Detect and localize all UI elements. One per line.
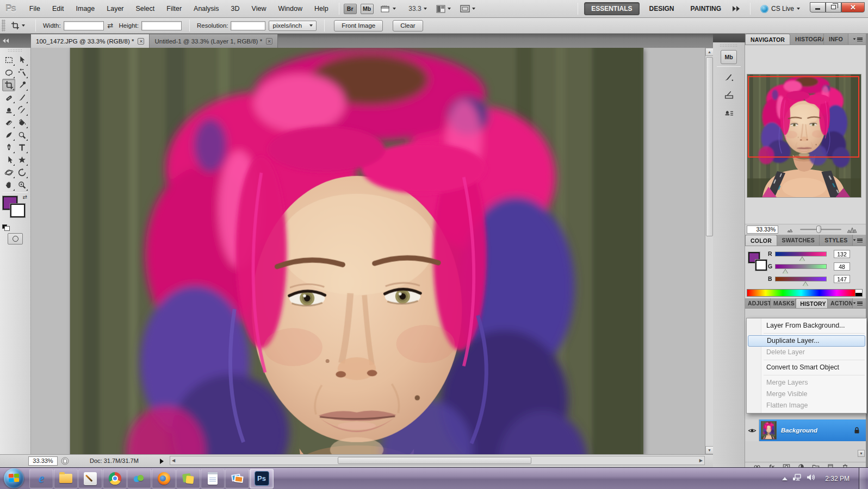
green-channel-value[interactable]: 48 [834, 262, 850, 271]
blue-slider-thumb[interactable] [803, 282, 808, 286]
mini-bridge-panel-button[interactable]: Mb [721, 50, 737, 64]
clone-source-icon[interactable] [721, 105, 737, 119]
layers-scroll-down-icon[interactable]: ▼ [858, 450, 865, 457]
tab-color[interactable]: COLOR [745, 235, 777, 246]
vertical-scroll-thumb[interactable] [706, 57, 713, 236]
taskbar-sticky-notes[interactable] [176, 469, 200, 488]
taskbar-windows-explorer[interactable] [54, 469, 78, 488]
layer-visibility-cell[interactable] [745, 419, 759, 441]
horizontal-scroll-thumb[interactable] [338, 457, 531, 464]
menu-item-duplicate-layer[interactable]: Duplicate Layer... [748, 335, 865, 347]
clear-button[interactable]: Clear [393, 20, 423, 32]
navigator-zoom-field[interactable]: 33.33% [747, 225, 778, 234]
tool-eraser[interactable] [2, 116, 15, 129]
close-button[interactable]: ✕ [841, 2, 865, 12]
red-channel-slider[interactable] [775, 252, 827, 256]
taskbar-internet-explorer[interactable]: e [29, 469, 53, 488]
tool-lasso[interactable] [2, 66, 15, 79]
workspace-painting[interactable]: PAINTING [684, 3, 728, 15]
zoom-in-icon[interactable] [847, 226, 857, 233]
tool-type[interactable] [15, 141, 28, 154]
height-input[interactable] [141, 21, 182, 30]
zoom-level-control[interactable]: 33.3 [402, 3, 430, 15]
resolution-input[interactable] [231, 21, 265, 30]
tool-history-brush[interactable] [15, 104, 28, 116]
default-colors-icon[interactable] [2, 224, 7, 229]
status-zoom-field[interactable]: 33.33% [28, 456, 58, 466]
arrange-documents-button[interactable] [433, 3, 454, 15]
panel-menu-icon[interactable] [853, 298, 866, 308]
screen-mode-button[interactable] [457, 3, 479, 15]
cs-live-button[interactable]: CS Live [760, 5, 800, 13]
canvas-area[interactable]: ▲ ▼ [31, 48, 713, 454]
front-image-button[interactable]: Front Image [334, 20, 383, 32]
tab-navigator[interactable]: NAVIGATOR [745, 34, 790, 45]
tab-masks[interactable]: MASKS [771, 298, 796, 308]
tab-actions[interactable]: ACTIONS [828, 298, 853, 308]
taskbar-pen-app[interactable] [78, 469, 102, 488]
tool-spot-healing-brush[interactable] [2, 91, 15, 104]
panel-menu-icon[interactable] [853, 235, 866, 246]
tool-pen[interactable] [2, 141, 15, 154]
navigator-view-box[interactable] [748, 76, 859, 158]
menu-item-flatten-image[interactable]: Flatten Image [747, 400, 866, 411]
vertical-scrollbar[interactable]: ▲ ▼ [705, 48, 713, 454]
status-options-icon[interactable] [160, 459, 164, 464]
blue-channel-slider[interactable] [775, 277, 827, 281]
tab-info[interactable]: INFO [824, 34, 848, 45]
collapse-dock-icon[interactable] [3, 39, 9, 43]
width-input[interactable] [64, 21, 104, 30]
menu-item-layer-from-background[interactable]: Layer From Background... [747, 320, 866, 331]
hidden-icons-chevron[interactable] [782, 477, 788, 480]
current-tool-button[interactable] [8, 20, 28, 32]
minimize-button[interactable] [810, 2, 826, 12]
tool-presets-icon[interactable] [721, 87, 737, 102]
close-tab-icon[interactable]: ✕ [266, 38, 272, 45]
scroll-down-icon[interactable]: ▼ [705, 446, 713, 454]
zoom-level-value[interactable]: 33.3 [405, 5, 421, 12]
tab-history[interactable]: HISTORY [796, 298, 828, 308]
layer-name[interactable]: Background [781, 427, 817, 434]
tool-zoom[interactable] [15, 179, 28, 191]
brushes-panel-icon[interactable] [721, 70, 737, 84]
tool-eyedropper[interactable] [15, 79, 28, 91]
menu-3d[interactable]: 3D [225, 0, 246, 18]
workspace-design[interactable]: DESIGN [643, 3, 681, 15]
zoom-slider-thumb[interactable] [816, 225, 821, 233]
menu-item-merge-layers[interactable]: Merge Layers [747, 377, 866, 388]
color-spectrum-ramp[interactable] [747, 289, 855, 297]
tool-path-selection[interactable] [2, 154, 15, 166]
tool-dodge[interactable] [15, 129, 28, 141]
menu-item-delete-layer[interactable]: Delete Layer [747, 347, 866, 358]
taskbar-photoshop[interactable]: Ps [250, 469, 274, 488]
document-tab-2[interactable]: Untitled-1 @ 33.3% (Layer 1, RGB/8) * ✕ [150, 34, 278, 48]
taskbar-messenger[interactable] [127, 469, 151, 488]
horizontal-scrollbar[interactable]: ◀ ▶ [170, 456, 705, 465]
zoom-out-icon[interactable] [787, 227, 795, 233]
show-desktop-button[interactable] [859, 468, 866, 489]
tool-3d-object-rotate[interactable] [2, 166, 15, 179]
menu-image[interactable]: Image [70, 0, 101, 18]
tool-paint-bucket[interactable] [15, 116, 28, 129]
tool-crop[interactable] [2, 79, 15, 91]
red-slider-thumb[interactable] [799, 257, 805, 261]
menu-window[interactable]: Window [272, 0, 308, 18]
volume-icon[interactable] [807, 473, 816, 484]
tab-swatches[interactable]: SWATCHES [777, 235, 820, 246]
network-icon[interactable] [792, 473, 802, 484]
green-slider-thumb[interactable] [783, 269, 788, 274]
tab-histogram[interactable]: HISTOGRAM [790, 34, 824, 45]
tool-3d-camera-rotate[interactable] [15, 166, 28, 179]
menu-view[interactable]: View [246, 0, 272, 18]
taskbar-photo-viewer[interactable] [225, 469, 249, 488]
tool-move[interactable] [15, 54, 28, 66]
menu-file[interactable]: File [23, 0, 46, 18]
launch-bridge-button[interactable]: Br [344, 4, 357, 14]
tool-smudge[interactable] [2, 129, 15, 141]
menu-layer[interactable]: Layer [101, 0, 129, 18]
layer-row-background[interactable]: Background [759, 419, 866, 441]
menu-help[interactable]: Help [308, 0, 334, 18]
scroll-left-icon[interactable]: ◀ [172, 458, 175, 463]
swap-dimensions-icon[interactable]: ⇅ [106, 23, 114, 29]
quick-mask-button[interactable] [8, 233, 23, 244]
